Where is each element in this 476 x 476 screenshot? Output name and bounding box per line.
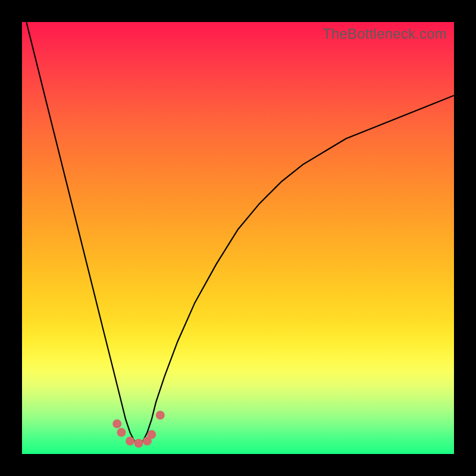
plot-area: TheBottleneck.com <box>22 22 454 454</box>
curve-dot <box>126 437 134 446</box>
outer-frame: TheBottleneck.com <box>0 0 476 476</box>
curve-dot <box>112 419 121 428</box>
curve-dot <box>117 428 126 437</box>
curve-dot <box>134 439 143 447</box>
curve-dots-group <box>112 411 165 447</box>
bottleneck-curve <box>26 22 454 446</box>
curve-dot <box>147 430 156 439</box>
chart-svg <box>22 22 454 454</box>
curve-dot <box>156 411 165 419</box>
